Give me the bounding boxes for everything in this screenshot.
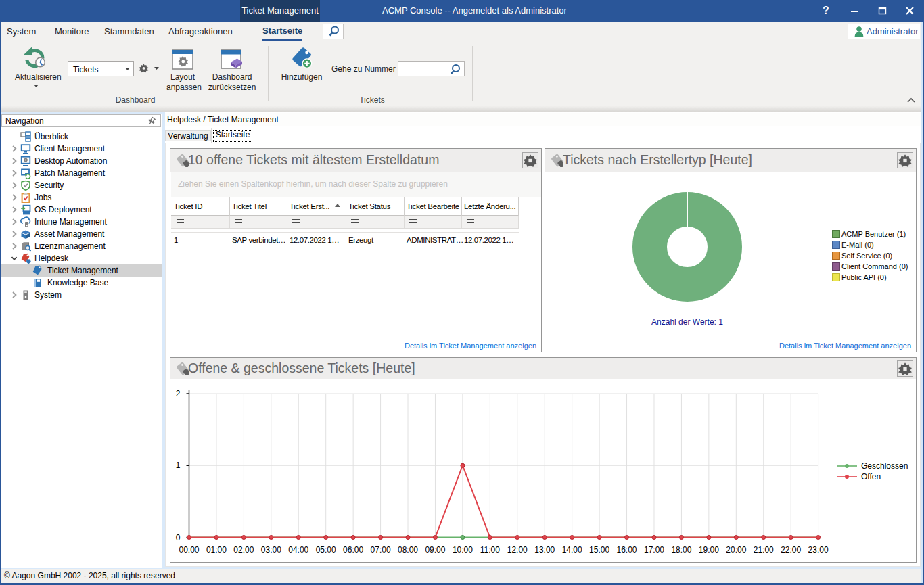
svg-text:14:00: 14:00 xyxy=(562,545,582,555)
svg-text:06:00: 06:00 xyxy=(343,545,363,555)
svg-text:1: 1 xyxy=(176,461,181,470)
svg-text:11:00: 11:00 xyxy=(480,545,500,555)
svg-text:13:00: 13:00 xyxy=(534,545,555,555)
svg-text:12:00: 12:00 xyxy=(507,545,528,555)
svg-text:01:00: 01:00 xyxy=(206,545,227,555)
svg-text:09:00: 09:00 xyxy=(425,545,445,555)
svg-text:20:00: 20:00 xyxy=(726,545,746,555)
svg-text:04:00: 04:00 xyxy=(288,545,308,555)
svg-text:22:00: 22:00 xyxy=(781,545,801,555)
svg-text:17:00: 17:00 xyxy=(644,545,664,555)
svg-text:03:00: 03:00 xyxy=(261,545,281,555)
svg-text:0: 0 xyxy=(176,533,181,542)
svg-text:10:00: 10:00 xyxy=(453,545,473,555)
svg-text:05:00: 05:00 xyxy=(316,545,336,555)
svg-text:19:00: 19:00 xyxy=(699,545,719,555)
svg-text:Geschlossen: Geschlossen xyxy=(861,461,908,471)
svg-text:07:00: 07:00 xyxy=(371,545,391,555)
svg-text:Offen: Offen xyxy=(861,472,881,482)
svg-text:18:00: 18:00 xyxy=(671,545,691,555)
svg-text:16:00: 16:00 xyxy=(617,545,637,555)
svg-text:00:00: 00:00 xyxy=(179,545,199,555)
svg-text:08:00: 08:00 xyxy=(398,545,418,555)
svg-text:15:00: 15:00 xyxy=(589,545,609,555)
svg-text:2: 2 xyxy=(176,389,181,398)
svg-text:02:00: 02:00 xyxy=(233,545,254,555)
svg-text:21:00: 21:00 xyxy=(754,545,774,555)
svg-text:23:00: 23:00 xyxy=(808,545,829,555)
